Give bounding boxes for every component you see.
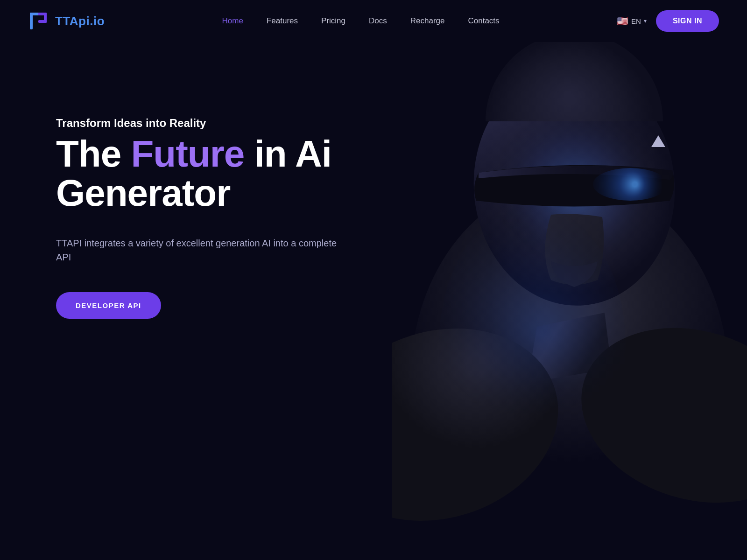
nav-home[interactable]: Home	[222, 16, 243, 25]
developer-api-button[interactable]: DEVELOPER API	[56, 292, 161, 319]
signin-button[interactable]: SIGN IN	[656, 10, 719, 32]
hero-content: Transform Ideas into Reality The Future …	[0, 42, 374, 319]
hero-highlight-into-reality: into Reality	[146, 117, 206, 129]
nav-docs[interactable]: Docs	[369, 16, 387, 25]
language-selector[interactable]: 🇺🇸 EN ▾	[617, 15, 647, 27]
hero-section: // generate dots via JS after parse Tran…	[0, 42, 747, 560]
hero-subtitle: TTAPI integrates a variety of excellent …	[56, 236, 345, 264]
nav-features[interactable]: Features	[267, 16, 298, 25]
hero-title-line1: Transform Ideas into Reality	[56, 117, 374, 130]
nav-right: 🇺🇸 EN ▾ SIGN IN	[617, 10, 719, 32]
nav-recharge[interactable]: Recharge	[410, 16, 445, 25]
logo-icon	[28, 11, 49, 31]
flag-icon: 🇺🇸	[617, 15, 628, 27]
svg-rect-4	[38, 20, 47, 23]
nav-links: Home Features Pricing Docs Recharge Cont…	[222, 16, 500, 26]
logo[interactable]: TTApi.io	[28, 11, 105, 31]
hero-title-line2: The Future in Ai Generator	[56, 134, 374, 213]
navbar: TTApi.io Home Features Pricing Docs Rech…	[0, 0, 747, 42]
chevron-down-icon: ▾	[644, 18, 647, 24]
nav-pricing[interactable]: Pricing	[321, 16, 345, 25]
logo-text: TTApi.io	[55, 14, 105, 28]
hero-future-text: Future	[131, 133, 244, 175]
nav-contacts[interactable]: Contacts	[468, 16, 499, 25]
robot-figure	[392, 42, 747, 541]
svg-rect-1	[30, 13, 39, 15]
lang-code: EN	[631, 17, 641, 25]
